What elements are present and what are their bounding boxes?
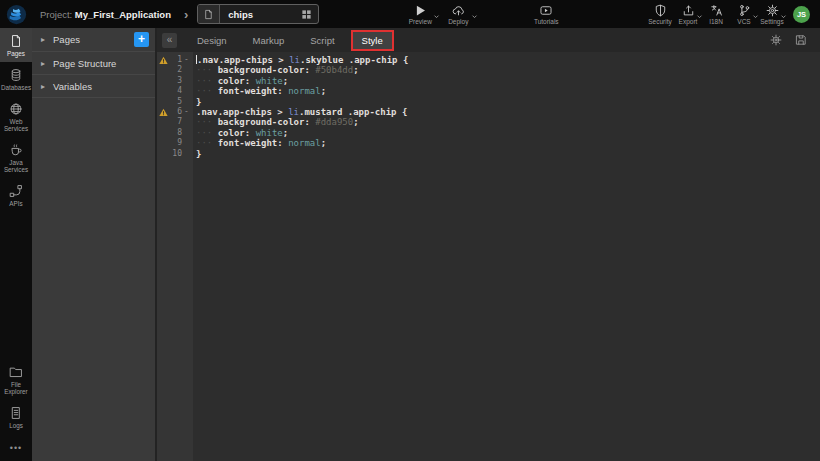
topbar-action-i18n[interactable]: I18N — [702, 4, 730, 25]
code-text: } — [193, 149, 201, 159]
gutter: 7 — [157, 117, 193, 127]
topbar-action-deploy[interactable]: Deploy — [439, 4, 477, 25]
topbar-action-export[interactable]: Export — [674, 4, 702, 25]
fold-marker[interactable]: - — [182, 56, 191, 64]
line-number: 9 — [169, 138, 182, 148]
tab-markup[interactable]: Markup — [240, 31, 298, 50]
topbar-action-preview[interactable]: Preview — [401, 4, 439, 25]
caret-right-icon: ▸ — [41, 59, 45, 68]
top-bar: Project: My_First_Application › chips Pr… — [0, 0, 820, 28]
panel-section-label: Pages — [53, 34, 80, 45]
sidebar-item-web-services[interactable]: Web Services — [0, 96, 32, 137]
code-token: ; — [353, 65, 358, 75]
code-token: font-weight: — [218, 86, 283, 96]
code-line[interactable]: 7··· background-color: #dda950; — [157, 117, 820, 127]
sidebar-item-file-explorer[interactable]: File Explorer — [0, 359, 32, 400]
sidebar-item-pages[interactable]: Pages — [0, 28, 32, 62]
database-icon — [9, 68, 23, 82]
topbar-action-label: I18N — [709, 18, 723, 25]
sidebar-item-label: Web Services — [1, 118, 31, 132]
panel-section-label: Page Structure — [53, 58, 116, 69]
code-line[interactable]: 5} — [157, 97, 820, 107]
topbar-action-label: Deploy — [448, 18, 468, 25]
code-line[interactable]: 3··· color: white; — [157, 76, 820, 86]
gutter: 5 — [157, 97, 193, 107]
code-text: .nav.app-chips > li.mustard .app-chip { — [193, 107, 407, 117]
branch-icon — [738, 4, 751, 17]
code-line[interactable]: 9··· font-weight: normal; — [157, 138, 820, 148]
line-number: 5 — [169, 97, 182, 107]
grid-icon[interactable] — [294, 9, 318, 20]
tab-style[interactable]: Style — [353, 32, 392, 49]
code-token: > — [272, 107, 288, 117]
topbar-action-tutorials[interactable]: Tutorials — [527, 4, 565, 25]
code-line[interactable]: 1-.nav.app-chips > li.skyblue .app-chip … — [157, 55, 820, 65]
css-code-editor[interactable]: 1-.nav.app-chips > li.skyblue .app-chip … — [157, 52, 820, 461]
video-icon — [539, 4, 553, 17]
code-token: .skyblue — [300, 55, 343, 65]
code-token: ; — [321, 86, 326, 96]
sidebar-item-label: Databases — [1, 84, 31, 91]
code-line[interactable]: 4··· font-weight: normal; — [157, 86, 820, 96]
code-line[interactable]: 6-.nav.app-chips > li.mustard .app-chip … — [157, 107, 820, 117]
tab-design[interactable]: Design — [184, 31, 240, 50]
line-number: 2 — [169, 65, 182, 75]
shield-icon — [654, 4, 667, 17]
code-text: ··· font-weight: normal; — [193, 86, 326, 96]
code-token: li — [289, 55, 300, 65]
code-token: .nav.app-chips — [197, 55, 273, 65]
code-token: } — [196, 149, 201, 159]
line-number: 10 — [169, 149, 182, 159]
export-icon — [682, 4, 695, 17]
open-page-tab[interactable]: chips — [197, 4, 319, 24]
topbar-action-label: Export — [679, 18, 698, 25]
sidebar-item-apis[interactable]: APIs — [0, 178, 32, 212]
editor-toolbar — [770, 34, 807, 46]
chevron-down-icon[interactable] — [780, 13, 787, 20]
sidebar-more-button[interactable]: ••• — [0, 434, 32, 461]
code-token: background-color: — [218, 65, 310, 75]
line-number: 3 — [169, 76, 182, 86]
collapse-panel-button[interactable]: « — [162, 33, 177, 48]
line-number: 4 — [169, 86, 182, 96]
sidebar-item-databases[interactable]: Databases — [0, 62, 32, 96]
sidebar-item-java-services[interactable]: Java Services — [0, 137, 32, 178]
app-logo[interactable] — [0, 0, 33, 28]
topbar-action-label: VCS — [737, 18, 750, 25]
chevron-down-icon[interactable] — [471, 13, 478, 20]
gutter: 4 — [157, 86, 193, 96]
code-line[interactable]: 8··· color: white; — [157, 128, 820, 138]
editor-settings-button[interactable] — [770, 34, 782, 46]
add-page-button[interactable]: + — [134, 32, 149, 47]
caret-right-icon: ▸ — [41, 35, 45, 44]
fold-marker[interactable]: - — [182, 108, 191, 116]
code-text: ··· background-color: #dda950; — [193, 117, 359, 127]
code-token: > — [273, 55, 289, 65]
sidebar-item-logs[interactable]: Logs — [0, 400, 32, 434]
gutter: 8 — [157, 128, 193, 138]
file-icon — [198, 5, 220, 23]
avatar[interactable]: JS — [793, 6, 810, 23]
panel-section-page-structure[interactable]: ▸Page Structure — [32, 52, 155, 75]
code-line[interactable]: 2··· background-color: #50b4dd; — [157, 65, 820, 75]
panel-section-pages[interactable]: ▸Pages+ — [32, 28, 155, 52]
code-token: #dda950 — [315, 117, 353, 127]
save-button[interactable] — [795, 34, 807, 46]
topbar-actions: PreviewDeployTutorials — [401, 4, 565, 25]
gutter: 6- — [157, 107, 193, 117]
code-token: ··· — [196, 65, 218, 75]
code-line[interactable]: 10} — [157, 149, 820, 159]
topbar-action-security[interactable]: Security — [646, 4, 674, 25]
tab-script[interactable]: Script — [297, 31, 347, 50]
sidebar: PagesDatabasesWeb ServicesJava ServicesA… — [0, 28, 32, 461]
panel-section-variables[interactable]: ▸Variables — [32, 75, 155, 98]
topbar-action-vcs[interactable]: VCS — [730, 4, 758, 25]
sidebar-item-label: Java Services — [1, 159, 31, 173]
code-token: ; — [283, 128, 288, 138]
code-token: .mustard — [299, 107, 342, 117]
cloud-upload-icon — [452, 4, 465, 17]
code-token: .nav.app-chips — [196, 107, 272, 117]
code-token: white — [256, 128, 283, 138]
topbar-action-settings[interactable]: Settings — [758, 4, 786, 25]
code-token: ··· — [196, 86, 218, 96]
